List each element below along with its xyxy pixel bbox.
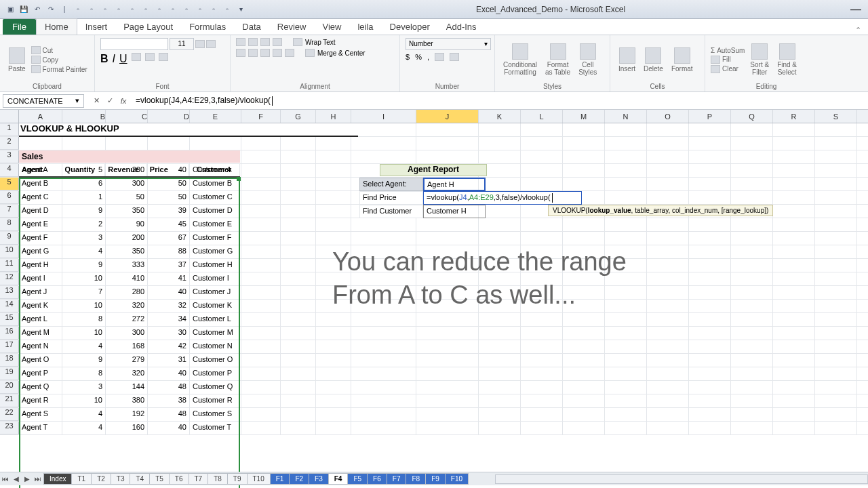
cell[interactable] <box>281 205 316 218</box>
cell[interactable] <box>731 394 773 407</box>
cell[interactable] <box>316 313 351 326</box>
cell[interactable]: 320 <box>106 300 148 312</box>
cell[interactable]: 160 <box>106 422 148 434</box>
cell[interactable]: 410 <box>106 272 148 285</box>
cell[interactable] <box>281 191 316 204</box>
cell[interactable]: Customer F <box>190 232 241 245</box>
row-header[interactable]: 23 <box>0 422 19 434</box>
format-button[interactable]: Format <box>669 46 696 74</box>
qat-btn[interactable]: ▫ <box>113 3 125 16</box>
tab-leila[interactable]: leila <box>349 19 381 35</box>
number-format-dropdown[interactable]: Number▾ <box>406 38 491 50</box>
cell[interactable] <box>815 232 857 245</box>
cell[interactable] <box>416 422 479 434</box>
cell[interactable] <box>563 123 605 136</box>
cell[interactable] <box>479 327 521 340</box>
cell[interactable]: Agent L <box>19 313 62 326</box>
cell[interactable] <box>416 394 479 407</box>
cell[interactable] <box>773 286 815 299</box>
dec-indent-icon[interactable] <box>273 49 282 57</box>
cell[interactable] <box>479 422 521 434</box>
cell[interactable] <box>773 313 815 326</box>
cell[interactable] <box>479 123 521 136</box>
sheet-tab[interactable]: T8 <box>208 473 228 485</box>
cell[interactable] <box>521 313 563 326</box>
find-price-editing-cell[interactable]: =vlookup(J4,A4:E29,3,false)/vlookup( <box>423 191 582 205</box>
cell[interactable] <box>281 300 316 312</box>
sort-filter-button[interactable]: Sort & Filter <box>747 42 772 77</box>
cell[interactable] <box>316 422 351 434</box>
cell[interactable] <box>351 123 416 136</box>
cell[interactable]: Agent I <box>19 272 62 285</box>
cell[interactable]: 32 <box>148 300 190 312</box>
cell[interactable] <box>731 232 773 245</box>
cell[interactable] <box>815 313 857 326</box>
cell[interactable] <box>731 191 773 204</box>
cell[interactable]: Agent Q <box>19 381 62 394</box>
cell[interactable] <box>521 123 563 136</box>
cell[interactable] <box>773 205 815 218</box>
cell[interactable] <box>563 178 605 190</box>
col-header[interactable]: S <box>815 110 857 123</box>
cell[interactable] <box>647 340 689 353</box>
cell[interactable]: 10 <box>62 300 106 312</box>
cell[interactable]: Agent E <box>19 218 62 231</box>
cell[interactable] <box>521 367 563 380</box>
cell[interactable]: Agent C <box>19 191 62 204</box>
cell[interactable] <box>281 340 316 353</box>
cell[interactable] <box>281 286 316 299</box>
cell[interactable]: 2 <box>62 218 106 231</box>
tab-nav-last-icon[interactable]: ⏭ <box>33 475 43 483</box>
cell[interactable] <box>731 150 773 163</box>
cell[interactable]: 9 <box>62 259 106 272</box>
cell[interactable] <box>689 232 731 245</box>
cell[interactable]: Agent T <box>19 422 62 434</box>
cell[interactable] <box>605 327 647 340</box>
row-header[interactable]: 13 <box>0 286 19 299</box>
cell[interactable]: 320 <box>106 367 148 380</box>
cell-styles-button[interactable]: Cell Styles <box>576 42 599 77</box>
cell[interactable] <box>773 150 815 163</box>
cell[interactable] <box>563 313 605 326</box>
name-box[interactable]: CONCATENATE▾ <box>3 94 84 108</box>
cell[interactable] <box>416 218 479 231</box>
italic-button[interactable]: I <box>113 53 115 65</box>
cell[interactable] <box>416 232 479 245</box>
cell[interactable] <box>773 123 815 136</box>
col-header[interactable]: G <box>281 110 316 123</box>
cell[interactable] <box>773 327 815 340</box>
cell[interactable]: 280 <box>106 286 148 299</box>
row-header[interactable]: 8 <box>0 218 19 231</box>
qat-btn[interactable]: ▫ <box>208 3 220 16</box>
cell[interactable] <box>689 123 731 136</box>
cell[interactable] <box>689 178 731 190</box>
cell[interactable] <box>647 178 689 190</box>
cell[interactable] <box>689 327 731 340</box>
sheet-tab[interactable]: F9 <box>425 473 446 485</box>
cell[interactable] <box>241 422 281 434</box>
sheet-tab[interactable]: F7 <box>387 473 407 485</box>
cell[interactable] <box>647 259 689 272</box>
cell[interactable] <box>605 340 647 353</box>
cell[interactable] <box>479 381 521 394</box>
cell[interactable] <box>815 340 857 353</box>
cell[interactable]: 168 <box>106 340 148 353</box>
cell[interactable] <box>351 354 416 367</box>
cell[interactable]: 200 <box>106 232 148 245</box>
cell[interactable]: 3 <box>62 232 106 245</box>
minimize-icon[interactable]: — <box>850 3 861 16</box>
cell[interactable] <box>689 245 731 258</box>
cell[interactable]: 192 <box>106 408 148 421</box>
cell[interactable] <box>281 218 316 231</box>
tab-developer[interactable]: Developer <box>382 19 438 35</box>
cell[interactable] <box>605 354 647 367</box>
cell[interactable] <box>815 408 857 421</box>
cell[interactable] <box>521 178 563 190</box>
cell[interactable] <box>605 408 647 421</box>
cell[interactable] <box>241 408 281 421</box>
cell[interactable]: 350 <box>106 205 148 218</box>
cell[interactable] <box>647 272 689 285</box>
cell[interactable]: 4 <box>62 422 106 434</box>
row-header[interactable]: 22 <box>0 408 19 421</box>
cell[interactable] <box>351 150 416 163</box>
